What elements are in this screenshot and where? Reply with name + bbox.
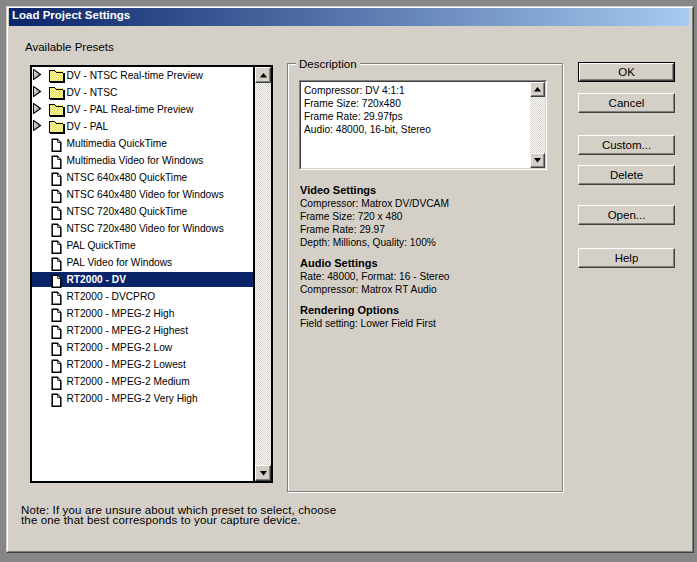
summary-line: Frame Rate: 29.97fps [304,110,529,123]
description-textarea-inner: Compressor: DV 4:1:1 Frame Size: 720x480… [300,81,546,169]
detail-line: Rate: 48000, Format: 16 - Stereo [300,270,450,283]
detail-line: Field setting: Lower Field First [300,317,450,330]
document-icon [51,342,62,356]
preset-item[interactable]: DV - NTSC Real-time Preview [32,68,253,85]
note-line: the one that best corresponds to your ca… [21,515,336,525]
detail-line: Compressor: Matrox RT Audio [300,283,450,296]
document-icon [51,240,62,254]
description-label: Description [296,58,360,70]
document-icon [51,223,62,237]
cancel-button[interactable]: Cancel [578,93,675,113]
delete-button-label: Delete [610,169,643,181]
ok-button-bevel: OK [579,63,674,81]
arrow-up-icon [534,87,541,92]
detail-line: Frame Size: 720 x 480 [300,210,450,223]
expand-arrow-icon[interactable] [33,69,42,80]
preset-item[interactable]: RT2000 - MPEG-2 Highest [32,323,253,340]
summary-line: Frame Size: 720x480 [304,97,529,110]
preset-item[interactable]: DV - PAL Real-time Preview [32,102,253,119]
document-icon [51,138,62,152]
preset-item[interactable]: PAL Video for Windows [32,255,253,272]
scroll-up-button[interactable] [255,67,271,83]
custom-button[interactable]: Custom... [578,135,675,155]
arrow-up-icon [260,73,267,78]
document-icon [51,393,62,407]
preset-item[interactable]: RT2000 - MPEG-2 High [32,306,253,323]
section-heading: Rendering Options [300,304,450,317]
ok-button[interactable]: OK [578,62,675,82]
folder-icon [49,104,65,117]
rendering-options-section: Rendering Options Field setting: Lower F… [300,304,450,330]
folder-icon [49,70,65,83]
expand-arrow-icon[interactable] [33,86,42,97]
document-icon [51,325,62,339]
preset-item[interactable]: DV - PAL [32,119,253,136]
preset-item-selected[interactable]: RT2000 - DV [32,272,253,289]
preset-item[interactable]: RT2000 - MPEG-2 Lowest [32,357,253,374]
scroll-up-button[interactable] [530,82,545,97]
detail-line: Depth: Millions, Quality: 100% [300,236,450,249]
presets-listbox[interactable]: DV - NTSC Real-time Preview DV - NTSC DV… [30,65,273,483]
ok-button-label: OK [618,66,635,78]
video-settings-section: Video Settings Compressor: Matrox DV/DVC… [300,184,450,249]
help-button[interactable]: Help [578,248,675,268]
document-icon [51,376,62,390]
window-title: Load Project Settings [9,9,130,21]
description-textarea[interactable]: Compressor: DV 4:1:1 Frame Size: 720x480… [299,80,547,170]
document-icon [51,291,62,305]
available-presets-label: Available Presets [25,41,114,53]
note-text: Note: If you are unsure about which pres… [21,505,336,525]
document-icon [51,189,62,203]
preset-item[interactable]: RT2000 - MPEG-2 Very High [32,391,253,408]
arrow-down-icon [260,471,267,476]
detail-line: Compressor: Matrox DV/DVCAM [300,197,450,210]
document-icon [51,359,62,373]
delete-button[interactable]: Delete [578,165,675,185]
open-button[interactable]: Open... [578,205,675,225]
dialog-client-area: Load Project Settings Available Presets … [8,7,692,551]
folder-icon [49,87,65,100]
cancel-button-label: Cancel [609,97,645,109]
description-details: Video Settings Compressor: Matrox DV/DVC… [300,184,450,338]
preset-item[interactable]: NTSC 640x480 Video for Windows [32,187,253,204]
dialog-window-inner: Load Project Settings Available Presets … [7,7,693,552]
preset-item[interactable]: NTSC 720x480 QuickTime [32,204,253,221]
expand-arrow-icon[interactable] [33,120,42,131]
preset-item[interactable]: Multimedia QuickTime [32,136,253,153]
preset-item[interactable]: NTSC 720x480 Video for Windows [32,221,253,238]
document-icon [51,155,62,169]
description-groupbox: Description Compressor: DV 4:1:1 Frame S… [287,63,563,492]
description-summary: Compressor: DV 4:1:1 Frame Size: 720x480… [304,84,529,136]
expand-arrow-icon[interactable] [33,103,42,114]
preset-item[interactable]: RT2000 - DVCPRO [32,289,253,306]
section-heading: Video Settings [300,184,450,197]
preset-item[interactable]: PAL QuickTime [32,238,253,255]
detail-line: Frame Rate: 29.97 [300,223,450,236]
document-icon [51,274,62,288]
scroll-down-button[interactable] [530,153,545,168]
presets-scrollbar[interactable] [253,67,271,481]
preset-item[interactable]: RT2000 - MPEG-2 Low [32,340,253,357]
help-button-label: Help [615,252,639,264]
preset-item[interactable]: RT2000 - MPEG-2 Medium [32,374,253,391]
preset-item[interactable]: Multimedia Video for Windows [32,153,253,170]
scroll-down-button[interactable] [255,465,271,481]
presets-list: DV - NTSC Real-time Preview DV - NTSC DV… [32,67,253,481]
custom-button-label: Custom... [602,139,651,151]
arrow-down-icon [534,158,541,163]
audio-settings-section: Audio Settings Rate: 48000, Format: 16 -… [300,257,450,296]
document-icon [51,257,62,271]
titlebar[interactable]: Load Project Settings [9,8,689,26]
document-icon [51,172,62,186]
document-icon [51,206,62,220]
description-scrollbar[interactable] [530,82,545,168]
open-button-label: Open... [608,209,646,221]
summary-line: Compressor: DV 4:1:1 [304,84,529,97]
dialog-window: Load Project Settings Available Presets … [6,6,694,553]
document-icon [51,308,62,322]
section-heading: Audio Settings [300,257,450,270]
preset-item[interactable]: DV - NTSC [32,85,253,102]
folder-icon [49,121,65,134]
preset-item[interactable]: NTSC 640x480 QuickTime [32,170,253,187]
summary-line: Audio: 48000, 16-bit, Stereo [304,123,529,136]
